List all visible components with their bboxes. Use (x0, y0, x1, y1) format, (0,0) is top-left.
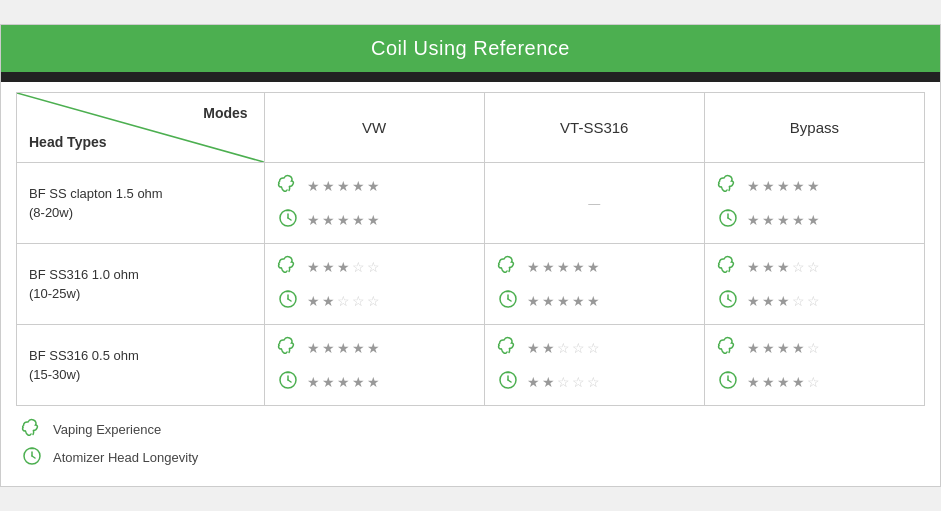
svg-line-3 (288, 218, 291, 220)
head-name-cell: BF SS clapton 1.5 ohm(8-20w) (17, 163, 265, 244)
clock-icon (717, 207, 739, 232)
black-bar (1, 72, 940, 82)
table-row: BF SS clapton 1.5 ohm(8-20w) ★★★★★ ★★★★★… (17, 163, 925, 244)
clock-icon (717, 288, 739, 313)
reference-table: Modes Head Types VW VT-SS316 Bypass BF S… (16, 92, 925, 406)
corner-header: Modes Head Types (17, 93, 265, 163)
legend-clock-label: Atomizer Head Longevity (53, 450, 198, 465)
clock-icon (497, 369, 519, 394)
svg-line-19 (728, 299, 731, 301)
vw-cell: ★★★★★ ★★★★★ (264, 163, 484, 244)
clock-icon (277, 207, 299, 232)
vw-cell: ★★★☆☆ ★★☆☆☆ (264, 244, 484, 325)
vape-stars: ★★★☆☆ (307, 259, 380, 275)
clock-stars: ★★★★★ (307, 212, 380, 228)
svg-line-27 (508, 380, 511, 382)
legend-clock-icon (21, 445, 43, 470)
vape-stars: ★★★★★ (307, 340, 380, 356)
header-bypass: Bypass (704, 93, 924, 163)
svg-line-11 (288, 299, 291, 301)
clock-stars: ★★★★☆ (747, 374, 820, 390)
legend-vape: Vaping Experience (21, 418, 920, 441)
vape-icon (717, 174, 739, 197)
clock-stars: ★★★☆☆ (747, 293, 820, 309)
vape-stars: ★★★☆☆ (747, 259, 820, 275)
clock-stars: ★★★★★ (307, 374, 380, 390)
svg-line-15 (508, 299, 511, 301)
table-wrapper: Modes Head Types VW VT-SS316 Bypass BF S… (1, 82, 940, 406)
vape-stars: ★★☆☆☆ (527, 340, 600, 356)
vape-stars: ★★★★★ (747, 178, 820, 194)
vape-stars: ★★★★★ (307, 178, 380, 194)
header-vw: VW (264, 93, 484, 163)
vape-icon (277, 174, 299, 197)
main-container: Coil Using Reference Modes Head Types VW… (0, 24, 941, 487)
svg-line-0 (17, 93, 264, 162)
clock-stars: ★★☆☆☆ (307, 293, 380, 309)
bypass-cell: ★★★☆☆ ★★★☆☆ (704, 244, 924, 325)
vape-icon (497, 255, 519, 278)
table-row: BF SS316 1.0 ohm(10-25w) ★★★☆☆ ★★☆☆☆ (17, 244, 925, 325)
vape-icon (717, 336, 739, 359)
vape-icon (497, 336, 519, 359)
clock-icon (717, 369, 739, 394)
vape-icon (717, 255, 739, 278)
head-types-label: Head Types (29, 134, 107, 150)
header-vtss316: VT-SS316 (484, 93, 704, 163)
vw-cell: ★★★★★ ★★★★★ (264, 325, 484, 406)
vtss316-cell: — (484, 163, 704, 244)
clock-icon (277, 369, 299, 394)
clock-stars: ★★☆☆☆ (527, 374, 600, 390)
legend-vape-icon (21, 418, 43, 441)
legend-clock: Atomizer Head Longevity (21, 445, 920, 470)
svg-line-7 (728, 218, 731, 220)
head-name-cell: BF SS316 0.5 ohm(15-30w) (17, 325, 265, 406)
clock-stars: ★★★★★ (747, 212, 820, 228)
bypass-cell: ★★★★☆ ★★★★☆ (704, 325, 924, 406)
head-name-cell: BF SS316 1.0 ohm(10-25w) (17, 244, 265, 325)
modes-label: Modes (203, 105, 247, 121)
svg-line-31 (728, 380, 731, 382)
vape-icon (277, 255, 299, 278)
vape-stars: ★★★★☆ (747, 340, 820, 356)
vape-icon (277, 336, 299, 359)
vape-stars: ★★★★★ (527, 259, 600, 275)
clock-icon (497, 288, 519, 313)
title-bar: Coil Using Reference (1, 25, 940, 72)
vtss316-cell: ★★★★★ ★★★★★ (484, 244, 704, 325)
clock-icon (277, 288, 299, 313)
svg-line-35 (32, 456, 35, 458)
clock-stars: ★★★★★ (527, 293, 600, 309)
table-row: BF SS316 0.5 ohm(15-30w) ★★★★★ ★★★★★ (17, 325, 925, 406)
legend-vape-label: Vaping Experience (53, 422, 161, 437)
svg-line-23 (288, 380, 291, 382)
vtss316-cell: ★★☆☆☆ ★★☆☆☆ (484, 325, 704, 406)
legend-area: Vaping Experience Atomizer Head Longevit… (1, 406, 940, 486)
page-title: Coil Using Reference (371, 37, 570, 59)
bypass-cell: ★★★★★ ★★★★★ (704, 163, 924, 244)
